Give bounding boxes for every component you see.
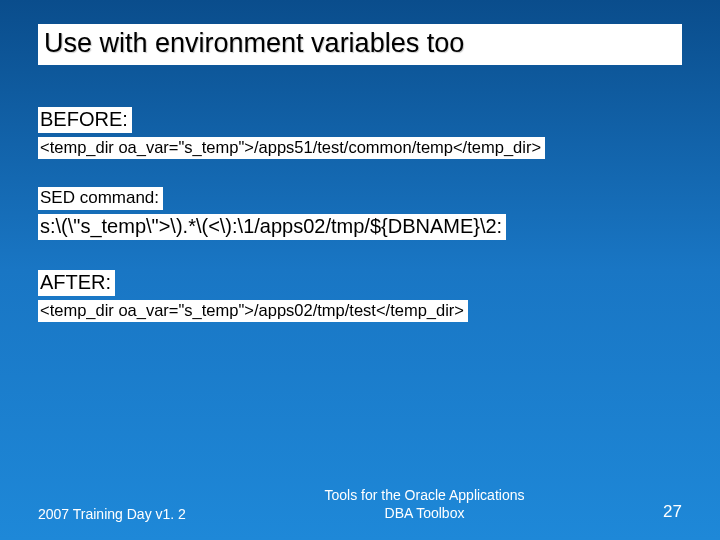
- slide-title: Use with environment variables too: [38, 24, 682, 65]
- footer-left: 2007 Training Day v1. 2: [38, 506, 186, 522]
- footer: 2007 Training Day v1. 2 Tools for the Or…: [0, 487, 720, 522]
- footer-center: Tools for the Oracle Applications DBA To…: [324, 487, 524, 522]
- before-label: BEFORE:: [38, 107, 132, 133]
- sed-label: SED command:: [38, 187, 163, 210]
- slide: Use with environment variables too BEFOR…: [0, 0, 720, 322]
- footer-center-line1: Tools for the Oracle Applications: [324, 487, 524, 505]
- after-label: AFTER:: [38, 270, 115, 296]
- after-code: <temp_dir oa_var="s_temp">/apps02/tmp/te…: [38, 300, 468, 322]
- after-block: AFTER: <temp_dir oa_var="s_temp">/apps02…: [38, 270, 682, 322]
- sed-code: s:\(\"s_temp\">\).*\(<\):\1/apps02/tmp/$…: [38, 214, 506, 240]
- footer-page-number: 27: [663, 502, 682, 522]
- before-block: BEFORE: <temp_dir oa_var="s_temp">/apps5…: [38, 107, 682, 159]
- before-code: <temp_dir oa_var="s_temp">/apps51/test/c…: [38, 137, 545, 159]
- sed-block: SED command: s:\(\"s_temp\">\).*\(<\):\1…: [38, 187, 682, 240]
- footer-center-line2: DBA Toolbox: [324, 505, 524, 523]
